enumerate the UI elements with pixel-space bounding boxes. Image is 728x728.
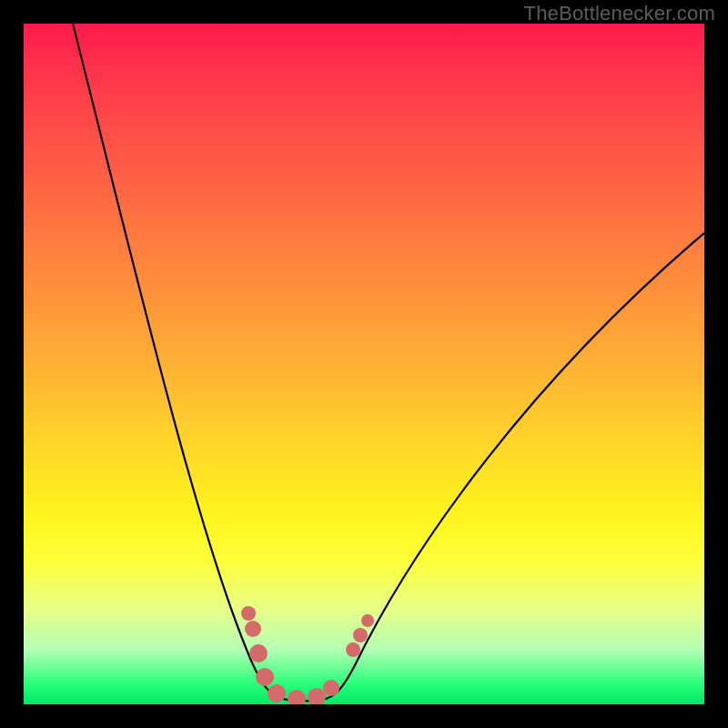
data-dot [241,606,256,621]
data-dot [268,684,286,703]
data-dot [245,621,261,637]
dot-group [241,606,374,704]
bottleneck-curve [73,24,704,701]
data-dot [323,680,339,696]
data-dot [249,644,268,662]
data-dot [256,668,274,686]
plot-area [24,24,704,704]
curve-layer [24,24,704,704]
chart-frame: TheBottlenecker.com [0,0,728,728]
watermark-text: TheBottlenecker.com [524,2,715,25]
data-dot [353,628,368,642]
data-dot [361,614,374,627]
data-dot [346,642,360,657]
data-dot [308,688,326,704]
data-dot [288,690,306,704]
